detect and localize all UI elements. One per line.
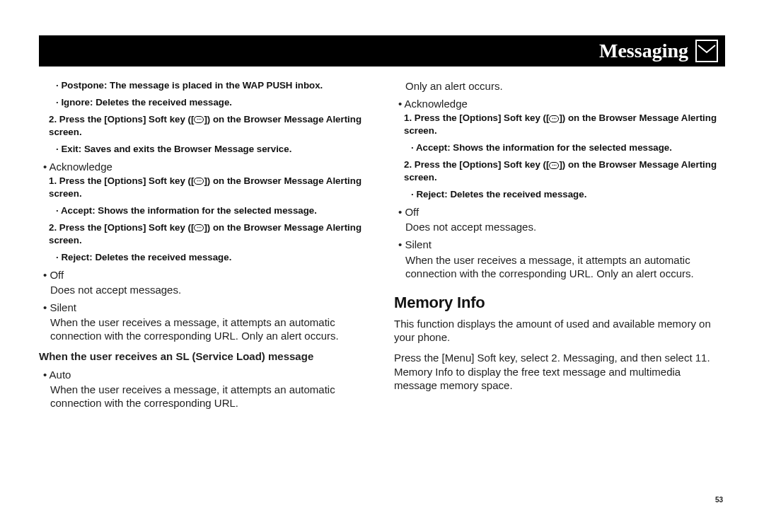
off-body: Does not accept messages.: [50, 283, 370, 296]
ack-step2-r: 2. Press the [Options] Soft key ([⋯]) on…: [404, 158, 725, 184]
note-accept: · Accept: Shows the information for the …: [56, 204, 370, 217]
ack-s1-pre: 1. Press the [Options] Soft key ([: [49, 175, 194, 186]
silent-label: • Silent: [43, 301, 76, 313]
off-body-r: Does not accept messages.: [405, 220, 725, 233]
note-reject-r: · Reject: Deletes the received message.: [411, 188, 725, 201]
bullet-silent-r: • Silent: [398, 238, 725, 251]
ack-s1-pre-r: 1. Press the [Options] Soft key ([: [404, 112, 549, 123]
right-column: Only an alert occurs. • Acknowledge 1. P…: [394, 79, 725, 414]
auto-body: When the user receives a message, it att…: [50, 383, 370, 410]
note-ignore: · Ignore: Deletes the received message.: [56, 96, 370, 109]
bullet-silent: • Silent: [43, 301, 370, 314]
ack-s2-pre-r: 2. Press the [Options] Soft key ([: [404, 159, 549, 170]
bullet-acknowledge-r: • Acknowledge: [398, 97, 725, 110]
step-2-pre: 2. Press the [Options] Soft key ([: [49, 114, 194, 125]
envelope-icon: [695, 40, 718, 62]
header-band: Messaging: [39, 35, 725, 66]
memory-info-heading: Memory Info: [394, 293, 725, 313]
ack-step2: 2. Press the [Options] Soft key ([⋯]) on…: [49, 221, 370, 247]
memory-info-p1: This function displays the amount of use…: [394, 317, 725, 344]
silent-label-r: • Silent: [398, 238, 432, 250]
left-column: · Postpone: The message is placed in the…: [39, 79, 370, 414]
step-2-browser: 2. Press the [Options] Soft key ([⋯]) on…: [49, 113, 370, 139]
page-number: 53: [715, 496, 723, 504]
softkey-right-icon: ⋯: [194, 224, 204, 231]
manual-page: Messaging · Postpone: The message is pla…: [0, 0, 764, 532]
bullet-off-r: • Off: [398, 205, 725, 219]
ack-s2-pre: 2. Press the [Options] Soft key ([: [49, 222, 194, 233]
note-postpone: · Postpone: The message is placed in the…: [56, 79, 370, 92]
silent-body-r: When the user receives a message, it att…: [405, 253, 725, 280]
softkey-left-icon: ⋯: [549, 115, 559, 122]
off-label: • Off: [43, 269, 64, 281]
page-title: Messaging: [599, 40, 688, 62]
memory-info-p2: Press the [Menu] Soft key, select 2. Mes…: [394, 351, 725, 392]
only-alert: Only an alert occurs.: [405, 79, 725, 93]
softkey-left-icon: ⋯: [194, 178, 204, 185]
ack-label: • Acknowledge: [43, 161, 112, 173]
note-reject: · Reject: Deletes the received message.: [56, 251, 370, 264]
silent-body: When the user receives a message, it att…: [50, 316, 370, 342]
bullet-acknowledge: • Acknowledge: [43, 160, 370, 173]
bullet-off: • Off: [43, 268, 370, 282]
note-accept-r: · Accept: Shows the information for the …: [411, 141, 725, 154]
ack-label-r: • Acknowledge: [398, 98, 468, 110]
ack-step1-r: 1. Press the [Options] Soft key ([⋯]) on…: [404, 112, 725, 137]
sl-heading: When the user receives an SL (Service Lo…: [39, 349, 370, 363]
auto-label: • Auto: [43, 369, 71, 381]
bullet-auto: • Auto: [43, 368, 370, 381]
ack-step1: 1. Press the [Options] Soft key ([⋯]) on…: [49, 175, 370, 200]
content-columns: · Postpone: The message is placed in the…: [39, 79, 725, 414]
softkey-right-icon: ⋯: [549, 162, 559, 169]
softkey-right-icon: ⋯: [194, 116, 204, 123]
off-label-r: • Off: [398, 206, 419, 218]
note-exit: · Exit: Saves and exits the Browser Mess…: [56, 143, 370, 156]
